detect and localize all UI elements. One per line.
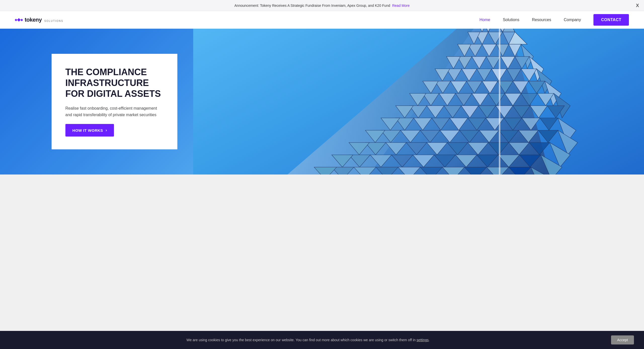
how-it-works-label: HOW IT WORKS bbox=[72, 128, 103, 133]
announcement-text: Announcement: Tokeny Receives A Strategi… bbox=[234, 4, 390, 8]
navbar: tokenySOLUTIONS Home Solutions Resources… bbox=[0, 11, 644, 29]
logo-icon bbox=[15, 19, 23, 21]
hero-title: THE COMPLIANCE INFRASTRUCTURE FOR DIGITA… bbox=[65, 67, 164, 99]
close-button[interactable]: X bbox=[636, 3, 639, 8]
arrow-icon: › bbox=[106, 128, 107, 133]
announcement-link[interactable]: Read More bbox=[392, 4, 410, 8]
hero-card: THE COMPLIANCE INFRASTRUCTURE FOR DIGITA… bbox=[52, 54, 177, 149]
contact-button[interactable]: CONTACT bbox=[593, 14, 629, 26]
logo-subtext: SOLUTIONS bbox=[44, 20, 63, 22]
logo-diamond-3 bbox=[21, 19, 23, 21]
hero-background-image bbox=[193, 29, 644, 175]
announcement-bar: Announcement: Tokeny Receives A Strategi… bbox=[0, 0, 644, 11]
bottom-section bbox=[0, 175, 644, 195]
nav-solutions[interactable]: Solutions bbox=[503, 18, 519, 22]
nav-company[interactable]: Company bbox=[564, 18, 581, 22]
nav-home[interactable]: Home bbox=[479, 18, 490, 22]
svg-marker-9 bbox=[503, 29, 515, 32]
how-it-works-button[interactable]: HOW IT WORKS › bbox=[65, 124, 114, 137]
hero-section: THE COMPLIANCE INFRASTRUCTURE FOR DIGITA… bbox=[0, 29, 644, 175]
logo[interactable]: tokenySOLUTIONS bbox=[15, 17, 63, 23]
logo-text: tokeny bbox=[25, 17, 42, 23]
nav-resources[interactable]: Resources bbox=[532, 18, 551, 22]
logo-diamond-2 bbox=[17, 18, 21, 22]
hero-subtitle: Realise fast onboarding, cost-efficient … bbox=[65, 105, 164, 118]
nav-links: Home Solutions Resources Company CONTACT bbox=[479, 14, 629, 26]
